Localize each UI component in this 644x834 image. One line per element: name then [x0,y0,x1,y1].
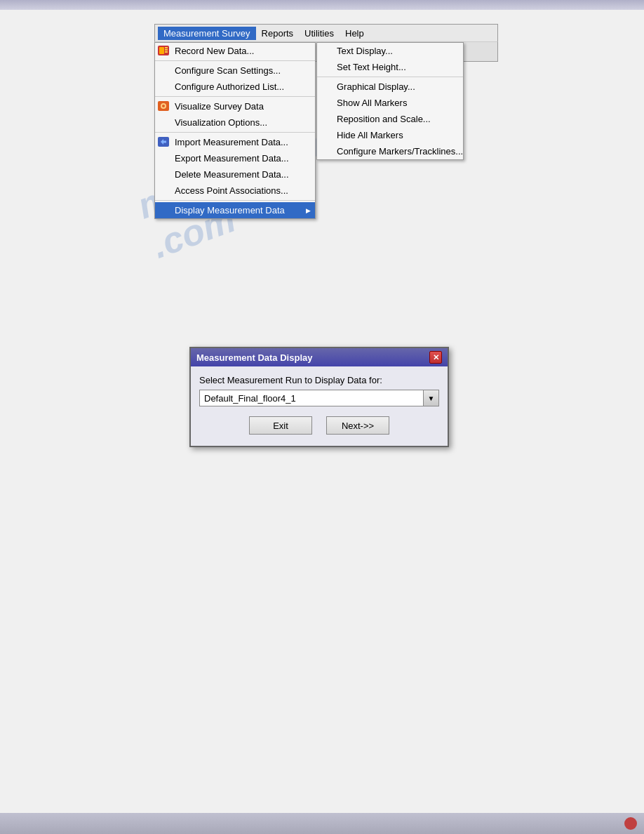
dropdown-import-measurement[interactable]: Import Measurement Data... [155,134,315,150]
next-button[interactable]: Next->> [326,416,389,435]
top-bar [0,0,644,10]
record-icon [158,46,169,57]
submenu-configure-markers[interactable]: Configure Markers/Tracklines... [317,143,463,159]
select-dropdown-arrow[interactable]: ▼ [424,390,439,406]
dialog-buttons: Exit Next->> [199,416,439,440]
separator-3 [155,132,315,133]
dialog-select-label: Select Measurement Run to Display Data f… [199,375,439,385]
menu-item-utilities[interactable]: Utilities [299,27,340,40]
separator-4 [155,200,315,201]
bottom-bar [0,813,644,834]
dialog-close-button[interactable]: ✕ [429,351,442,364]
menu-bar: Measurement Survey Reports Utilities Hel… [154,24,498,42]
dialog-select-row: ▼ [199,390,439,406]
submenu-graphical-display[interactable]: Graphical Display... [317,79,463,95]
visualize-icon [158,101,169,112]
dropdown-delete-measurement[interactable]: Delete Measurement Data... [155,166,315,183]
dropdown-access-point[interactable]: Access Point Associations... [155,183,315,199]
measurement-data-display-dialog: Measurement Data Display ✕ Select Measur… [189,347,449,447]
submenu-text-display[interactable]: Text Display... [317,43,463,59]
svg-rect-3 [165,49,168,51]
menu-container: Measurement Survey Reports Utilities Hel… [154,24,498,62]
submenu-show-all-markers[interactable]: Show All Markers [317,95,463,111]
svg-rect-2 [165,47,168,48]
dropdown-visualize-survey[interactable]: Visualize Survey Data [155,98,315,114]
exit-button[interactable]: Exit [249,416,312,435]
dropdown-record-new-data[interactable]: Record New Data... [155,43,315,59]
menu-item-help[interactable]: Help [340,27,370,40]
dropdown-menu: Record New Data... Configure Scan Settin… [154,42,316,219]
submenu-separator-1 [317,77,463,77]
import-icon [158,137,169,148]
dialog-title: Measurement Data Display [196,352,312,363]
submenu-set-text-height[interactable]: Set Text Height... [317,59,463,75]
submenu: Text Display... Set Text Height... Graph… [316,42,464,160]
dropdown-export-measurement[interactable]: Export Measurement Data... [155,150,315,166]
menu-item-measurement-survey[interactable]: Measurement Survey [158,27,256,40]
dropdown-configure-scan[interactable]: Configure Scan Settings... [155,62,315,79]
status-indicator [624,817,637,830]
content-area: manualshin .com Measurement Survey Repor… [0,10,644,813]
svg-rect-1 [159,47,164,54]
measurement-run-select[interactable] [199,390,424,406]
svg-rect-4 [165,51,168,53]
dialog-title-bar: Measurement Data Display ✕ [191,348,448,366]
submenu-reposition-scale[interactable]: Reposition and Scale... [317,111,463,127]
dialog-body: Select Measurement Run to Display Data f… [191,366,448,446]
menu-item-reports[interactable]: Reports [256,27,300,40]
svg-point-7 [162,105,165,107]
dropdown-visualization-options[interactable]: Visualization Options... [155,114,315,131]
submenu-hide-all-markers[interactable]: Hide All Markers [317,127,463,143]
separator-2 [155,96,315,97]
dropdown-configure-auth[interactable]: Configure Authorized List... [155,79,315,95]
dropdown-display-measurement[interactable]: Display Measurement Data [155,202,315,218]
separator-1 [155,60,315,61]
